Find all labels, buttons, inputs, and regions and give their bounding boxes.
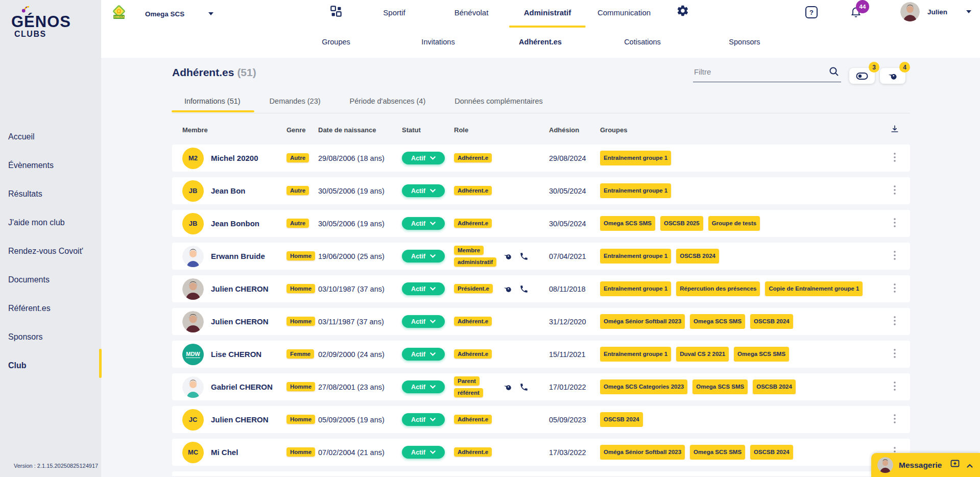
subnav-item-sponsors[interactable]: Sponsors [729, 38, 760, 46]
whistle-icon[interactable] [503, 252, 512, 261]
sidebar-item-documents[interactable]: Documents [0, 266, 101, 294]
status-dropdown[interactable]: Actif [402, 413, 445, 426]
table-row[interactable]: JBJean BonAutre30/05/2006 (19 ans)ActifA… [172, 177, 910, 204]
row-menu-kebab-icon[interactable] [892, 412, 898, 427]
tab-informations-51[interactable]: Informations (51) [184, 97, 241, 105]
user-name[interactable]: Julien [927, 8, 947, 16]
subnav-item-cotisations[interactable]: Cotisations [624, 38, 661, 46]
table-row[interactable]: Erwann BruideHomme19/06/2000 (25 ans)Act… [172, 243, 910, 270]
subnav-item-invitations[interactable]: Invitations [421, 38, 455, 46]
tab-donn-es-compl-mentaires[interactable]: Données complémentaires [455, 97, 542, 105]
status-cell: Actif [402, 250, 454, 263]
phone-icon[interactable] [519, 252, 529, 261]
row-menu-kebab-icon[interactable] [892, 249, 898, 264]
coach-filter-button[interactable]: 4 [880, 68, 905, 84]
genre-cell: Autre [286, 185, 318, 196]
download-icon[interactable] [890, 124, 900, 136]
row-menu-kebab-icon[interactable] [892, 347, 898, 362]
status-dropdown[interactable]: Actif [402, 315, 445, 328]
collapse-chevron-icon[interactable] [967, 461, 973, 470]
sidebar-item-j-aide-mon-club[interactable]: J'aide mon club [0, 208, 101, 237]
user-menu-chevron-icon[interactable] [966, 10, 971, 13]
whistle-icon[interactable] [503, 284, 512, 294]
row-menu-kebab-icon[interactable] [892, 379, 898, 395]
birth-date: 07/02/2004 (21 ans) [318, 448, 402, 457]
whistle-icon[interactable] [503, 383, 512, 392]
group-badge: Entraînement groupe 1 [600, 151, 671, 165]
sidebar-item-accueil[interactable]: Accueil [0, 123, 101, 151]
member-name: Michel 20200 [211, 154, 286, 162]
status-dropdown[interactable]: Actif [402, 217, 445, 230]
group-badge: OSCSB 2024 [750, 314, 793, 328]
nav-item-b-n-volat[interactable]: Bénévolat [455, 8, 489, 17]
table-row[interactable]: JCJulien CHERONHomme05/09/2005 (19 ans)A… [172, 406, 910, 433]
user-avatar[interactable] [900, 2, 920, 21]
row-menu-kebab-icon[interactable] [892, 216, 898, 231]
sidebar-item-rendez-vous-covoit[interactable]: Rendez-vous Covoit' [0, 237, 101, 266]
status-dropdown[interactable]: Actif [402, 282, 445, 295]
help-icon[interactable]: ? [805, 6, 818, 18]
status-dropdown[interactable]: Actif [402, 348, 445, 361]
search-icon[interactable] [828, 65, 840, 80]
genre-cell: Homme [286, 381, 318, 392]
row-menu-kebab-icon[interactable] [892, 281, 898, 297]
row-menu-kebab-icon[interactable] [892, 151, 898, 166]
table-row[interactable]: Julien CHERONHomme03/10/1987 (37 ans)Act… [172, 275, 910, 302]
phone-icon[interactable] [519, 383, 529, 392]
groups-cell: OSCSB 2024 [600, 412, 879, 426]
table-row[interactable]: Julien CHERONHomme03/11/1987 (37 ans)Act… [172, 308, 910, 335]
status-cell: Actif [402, 413, 454, 426]
subnav-item-groupes[interactable]: Groupes [322, 38, 350, 46]
contact-icons [503, 252, 549, 261]
gear-icon[interactable] [676, 4, 689, 19]
status-label: Actif [411, 351, 425, 358]
role-badge: Adhérent.e [454, 317, 492, 326]
sidebar-item-v-nements[interactable]: Évènements [0, 151, 101, 180]
status-dropdown[interactable]: Actif [402, 250, 445, 263]
messenger-bar[interactable]: Messagerie [871, 453, 980, 477]
tab-demandes-23[interactable]: Demandes (23) [270, 97, 321, 105]
table-row[interactable]: MDWLise CHERONFemme02/09/2000 (24 ans)Ac… [172, 341, 910, 368]
group-badge: Entraînement groupe 1 [600, 347, 671, 361]
sidebar-active-indicator [99, 349, 102, 378]
avatar-cell [182, 311, 211, 332]
tab-p-riode-d-absences-4[interactable]: Période d'absences (4) [350, 97, 426, 105]
sidebar-item-club[interactable]: Club [0, 351, 101, 380]
table-row[interactable]: M2Michel 20200Autre29/08/2006 (18 ans)Ac… [172, 145, 910, 172]
nav-item-sportif[interactable]: Sportif [383, 8, 405, 17]
filter-input[interactable] [693, 64, 822, 76]
role-badge: Adhérent.e [454, 153, 492, 162]
group-badge: Oméga Sénior Softball 2023 [600, 445, 685, 459]
table-row[interactable]: Gabriel CHERONHomme27/08/2001 (23 ans)Ac… [172, 373, 910, 400]
notifications-bell[interactable]: 44 [850, 5, 862, 20]
new-message-icon[interactable] [950, 460, 960, 470]
subnav-item-adh-rent-es[interactable]: Adhérent.es [519, 38, 562, 46]
adhesion-date: 30/05/2024 [549, 187, 600, 195]
genre-cell: Homme [286, 446, 318, 458]
table-row[interactable]: JBJean BonbonAutre30/05/2006 (19 ans)Act… [172, 210, 910, 237]
sidebar-item-r-f-rent-es[interactable]: Référent.es [0, 294, 101, 323]
sidebar-item-sponsors[interactable]: Sponsors [0, 323, 101, 351]
row-menu-kebab-icon[interactable] [892, 314, 898, 329]
table-row[interactable]: MCMi ChelHomme07/02/2004 (21 ans)ActifAd… [172, 439, 910, 466]
member-avatar: MC [182, 442, 204, 463]
group-badge: Omega SCS SMS [734, 347, 789, 361]
apps-grid-icon[interactable] [330, 6, 342, 19]
coach-filter-badge: 4 [899, 62, 910, 73]
birth-date: 30/05/2006 (19 ans) [318, 187, 402, 195]
status-dropdown[interactable]: Actif [402, 152, 445, 164]
genre-badge: Autre [286, 219, 309, 228]
status-dropdown[interactable]: Actif [402, 184, 445, 197]
nav-item-communication[interactable]: Communication [597, 8, 651, 17]
phone-icon[interactable] [519, 284, 529, 294]
row-menu-kebab-icon[interactable] [892, 183, 898, 199]
status-dropdown[interactable]: Actif [402, 446, 445, 459]
sidebar-item-r-sultats[interactable]: Résultats [0, 180, 101, 208]
nav-item-administratif[interactable]: Administratif [524, 8, 571, 17]
role-cell: Adhérent.e [454, 348, 501, 360]
group-badge: Groupe de tests [708, 216, 760, 230]
club-selector[interactable]: Ω OMEGA Omega SCS [111, 4, 213, 23]
toggle-filters-button[interactable]: 3 [849, 68, 875, 84]
groups-cell: Entraînement groupe 1Duval CS 2 2021Omeg… [600, 347, 879, 361]
status-dropdown[interactable]: Actif [402, 380, 445, 393]
